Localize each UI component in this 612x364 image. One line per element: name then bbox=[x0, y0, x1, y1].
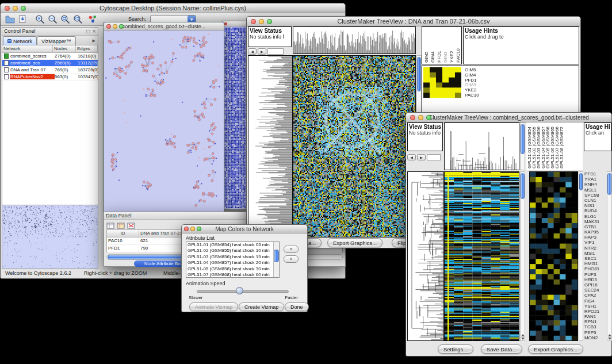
scrollbar-thumb[interactable] bbox=[579, 173, 583, 190]
zoom-window-icon[interactable] bbox=[21, 6, 26, 11]
column-label[interactable]: GIM3 bbox=[442, 28, 449, 63]
gene-label[interactable]: RPO21 bbox=[584, 309, 606, 314]
column-header-label[interactable]: GPL51-03 (GSM856 bbox=[537, 124, 541, 168]
zoom-window-icon[interactable] bbox=[197, 227, 201, 231]
gene-label[interactable]: YKE2 bbox=[465, 87, 479, 93]
map-colors-titlebar[interactable]: Map Colors to Network bbox=[182, 225, 307, 233]
minimize-icon[interactable] bbox=[259, 19, 264, 24]
scroll-up-icon[interactable] bbox=[521, 334, 525, 336]
treeview-dna-titlebar[interactable]: ClusterMaker TreeView : DNA and Tran 07-… bbox=[247, 17, 580, 26]
scroll-up-icon[interactable] bbox=[608, 334, 611, 336]
attribute-list-item[interactable]: GPL51-03 (GSM856) heat shock 15 min bbox=[186, 254, 279, 260]
column-header-label[interactable]: GPL51-04 (GSM857 bbox=[541, 124, 546, 168]
gene-label[interactable]: PAC10 bbox=[465, 93, 479, 98]
gene-label[interactable]: YSH1 bbox=[584, 304, 606, 309]
network-table-row[interactable]: DNA and Tran 07 769(0) 183728(0) bbox=[2, 67, 98, 74]
gene-label[interactable]: HAP3 bbox=[584, 235, 606, 240]
scroll-down-icon[interactable] bbox=[608, 338, 611, 340]
gene-label[interactable]: MSI1 bbox=[584, 251, 606, 256]
gene-label[interactable]: GTB1 bbox=[584, 224, 606, 229]
gene-label[interactable]: CPA2 bbox=[584, 293, 606, 298]
next-button[interactable]: ▶ bbox=[417, 154, 426, 160]
zoom-in-icon[interactable] bbox=[35, 14, 45, 24]
vertical-scrollbar[interactable] bbox=[520, 171, 525, 341]
network-annotation-icon[interactable] bbox=[88, 14, 98, 24]
zoom-window-icon[interactable] bbox=[267, 19, 272, 24]
zoom-heatmap[interactable] bbox=[529, 171, 578, 341]
tab-network[interactable]: Network bbox=[3, 36, 37, 45]
scrollbar-thumb[interactable] bbox=[521, 173, 525, 199]
treeview-combined-titlebar[interactable]: ClusterMaker TreeView : combined_scores_… bbox=[406, 113, 611, 122]
column-header-label[interactable]: GPL51-05 (GSM858 bbox=[546, 124, 550, 168]
close-icon[interactable] bbox=[410, 115, 415, 120]
gene-label[interactable]: YRA1 bbox=[584, 177, 606, 182]
prev-button[interactable]: ◀ bbox=[407, 154, 416, 160]
gene-label[interactable]: BUD4 bbox=[584, 208, 606, 213]
column-header-label[interactable]: GPL51-02 (GSM855 bbox=[532, 124, 537, 168]
close-icon[interactable] bbox=[106, 24, 111, 29]
prev-button[interactable]: ◀ bbox=[248, 48, 257, 55]
cytoscape-titlebar[interactable]: Cytoscape Desktop (Session Name: collins… bbox=[1, 3, 345, 13]
save-data-button[interactable]: Save Data... bbox=[481, 344, 522, 354]
gene-label[interactable]: RPN1 bbox=[584, 319, 606, 324]
column-header-label[interactable]: GPL51-08 (GSM872 bbox=[560, 124, 564, 168]
minimize-icon[interactable] bbox=[418, 115, 423, 120]
zoom-window-icon[interactable] bbox=[426, 115, 431, 120]
open-session-icon[interactable] bbox=[5, 14, 15, 24]
gene-label[interactable]: PHO81 bbox=[584, 266, 606, 271]
column-header-label[interactable]: GPL51-07 (GSM866 bbox=[555, 124, 560, 168]
column-label[interactable]: YKE2 bbox=[449, 28, 455, 63]
scroll-down-icon[interactable] bbox=[521, 338, 525, 340]
gene-label[interactable]: MON2 bbox=[584, 335, 606, 340]
attribute-list[interactable]: GPL51-01 (GSM854) heat shock 05 minGPL51… bbox=[186, 242, 280, 278]
gene-label[interactable]: GIM5 bbox=[465, 67, 479, 72]
column-dendrogram-panel[interactable] bbox=[444, 122, 519, 170]
gene-label[interactable]: ELG1 bbox=[584, 214, 606, 219]
gene-label[interactable]: SPC98 bbox=[584, 193, 606, 198]
close-icon[interactable] bbox=[224, 22, 227, 25]
scrollbar-thumb[interactable] bbox=[607, 173, 611, 195]
vertical-scrollbar[interactable] bbox=[520, 122, 525, 170]
column-dendrogram-panel[interactable] bbox=[293, 26, 416, 54]
export-graphics-button[interactable]: Export Graphics... bbox=[327, 238, 382, 247]
gene-label[interactable]: MAK31 bbox=[584, 219, 606, 224]
attribute-list-item[interactable]: GPL51-04 (GSM857) heat shock 20 min bbox=[186, 260, 279, 266]
network-canvas[interactable] bbox=[104, 30, 224, 212]
close-panel-icon[interactable]: × bbox=[92, 29, 96, 34]
gene-label[interactable]: PFD1 bbox=[584, 171, 606, 177]
gene-label[interactable]: PFD1 bbox=[465, 78, 479, 83]
done-button[interactable]: Done bbox=[285, 302, 309, 311]
column-label[interactable]: PFD1 bbox=[436, 28, 442, 63]
zoom-heatmap[interactable] bbox=[423, 67, 461, 98]
gene-label[interactable]: GIM4 bbox=[465, 72, 479, 78]
next-button[interactable]: ▶ bbox=[258, 48, 266, 55]
gene-label[interactable]: RNR4 bbox=[584, 182, 606, 187]
gene-label[interactable]: KAP95 bbox=[584, 229, 606, 235]
close-icon[interactable] bbox=[184, 227, 189, 231]
zoom-window-icon[interactable] bbox=[119, 24, 124, 29]
attribute-list-item[interactable]: GPL51-05 (GSM858) heat shock 30 min bbox=[186, 266, 279, 272]
row-dendrogram-panel[interactable] bbox=[248, 55, 293, 237]
list-scrollbar[interactable] bbox=[273, 242, 279, 277]
attribute-list-item[interactable]: GPL51-07 (GSM868) heat shock 60 min bbox=[186, 272, 279, 278]
dense-network-view[interactable] bbox=[223, 26, 250, 209]
scrollbar-thumb[interactable] bbox=[274, 250, 279, 262]
gene-label[interactable]: PEP5 bbox=[584, 330, 606, 335]
gene-label[interactable]: TCB3 bbox=[584, 324, 606, 329]
heatmap-main[interactable] bbox=[444, 171, 519, 341]
network-window-behind-titlebar[interactable] bbox=[223, 21, 250, 26]
gene-label[interactable]: CLN1 bbox=[584, 198, 606, 203]
create-vizmap-button[interactable]: Create Vizmap bbox=[239, 302, 284, 311]
gene-label[interactable]: HRD3 bbox=[584, 277, 606, 282]
network-overview-thumbnail[interactable] bbox=[2, 205, 98, 269]
animate-vizmap-button[interactable]: Animate Vizmap bbox=[189, 302, 238, 311]
column-header-label[interactable]: GPL51-01 (GSM854 bbox=[527, 124, 532, 168]
network-view-titlebar[interactable]: combined_scores_good.txt--cluste... bbox=[104, 22, 224, 30]
tab-overflow-icon[interactable]: ▶ bbox=[91, 39, 97, 43]
scrollbar-thumb[interactable] bbox=[417, 57, 421, 91]
gene-label[interactable]: GIM3 bbox=[465, 82, 479, 87]
gene-label[interactable]: PUF3 bbox=[584, 272, 606, 277]
export-graphics-button[interactable]: Export Graphics... bbox=[528, 344, 583, 354]
close-icon[interactable] bbox=[5, 6, 10, 11]
import-icon[interactable] bbox=[18, 14, 28, 24]
